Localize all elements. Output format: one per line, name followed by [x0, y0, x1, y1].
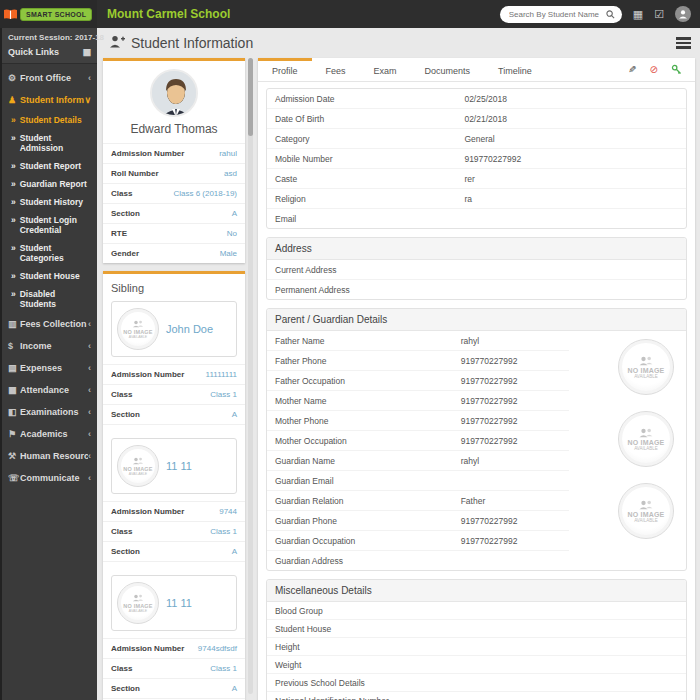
sidebar-subitem[interactable]: » Student Categories [2, 239, 97, 267]
detail-row: Guardian Address [267, 551, 569, 570]
section-title: Miscellaneous Details [267, 580, 686, 602]
divider [103, 561, 245, 575]
sidebar-subitem[interactable]: » Student Admission [2, 129, 97, 157]
father-photo-placeholder: NO IMAGE AVAILABLE [618, 339, 674, 395]
tab[interactable]: Fees [312, 58, 360, 81]
student-search [500, 6, 622, 23]
tab[interactable]: Exam [360, 58, 411, 81]
field-label: Section [111, 209, 140, 218]
sibling-field-row: Section A [103, 541, 245, 561]
sidebar-item[interactable]: ☏ Communicate ‹ [2, 467, 97, 489]
sibling-block: NO IMAGE AVAILABLE 11 11 Admission Numbe… [103, 438, 245, 575]
sidebar-item[interactable]: ⚒ Human Resource ‹ [2, 445, 97, 467]
field-value: Male [220, 249, 237, 258]
tab[interactable]: Profile [258, 58, 312, 81]
sibling-summary[interactable]: NO IMAGE AVAILABLE John Doe [111, 301, 237, 357]
student-field-row: Section A [103, 203, 245, 223]
field-value: rahul [219, 149, 237, 158]
sidebar-item[interactable]: ♟ Student Information ∨ [2, 89, 97, 111]
logo-text: SMART SCHOOL [20, 8, 92, 21]
sidebar-subitem[interactable]: » Disabled Students [2, 285, 97, 313]
sibling-block: NO IMAGE AVAILABLE John Doe Admission Nu… [103, 301, 245, 438]
submenu-arrow-icon: » [11, 133, 16, 153]
sidebar-subitem[interactable]: » Student House [2, 267, 97, 285]
student-detail-panel: Profile Fees Exam Documents Timeline ✎ ⊘ [258, 58, 695, 700]
field-value: Class 6 (2018-19) [173, 189, 237, 198]
tasks-icon[interactable]: ☑ [654, 9, 664, 20]
submenu-arrow-icon: » [11, 243, 16, 263]
sidebar-item[interactable]: ▦ Attendance ‹ [2, 379, 97, 401]
divider [103, 424, 245, 438]
fees-collection-icon: ▥ [8, 319, 20, 329]
sibling-field-row: Class Class 1 [103, 658, 245, 678]
sidebar-item[interactable]: ◧ Examinations ‹ [2, 401, 97, 423]
submenu-arrow-icon: » [11, 197, 16, 207]
student-field-row: Admission Number rahul [103, 143, 245, 163]
sibling-summary[interactable]: NO IMAGE AVAILABLE 11 11 [111, 575, 237, 631]
logo-book-icon [4, 9, 17, 20]
disable-student-icon[interactable]: ⊘ [650, 65, 658, 75]
human-resource-icon: ⚒ [8, 451, 20, 461]
detail-row: Mother Phone 919770227992 [267, 411, 569, 431]
address-section: Address Current Address Permanent Addr [266, 237, 687, 300]
sibling-field-row: Admission Number 9744 [103, 501, 245, 521]
top-header: SMART SCHOOL Mount Carmel School ▦ ☑ [0, 0, 700, 28]
login-credential-key-icon[interactable] [671, 64, 682, 75]
submenu-arrow-icon: » [11, 289, 16, 309]
sidebar-item[interactable]: $ Income ‹ [2, 335, 97, 357]
tab[interactable]: Timeline [484, 58, 546, 81]
sibling-card: Sibling NO IMAGE AVAILABLE [103, 271, 245, 700]
scrollbar-thumb[interactable] [248, 58, 253, 136]
chevron-icon: ‹ [88, 385, 91, 395]
scrollbar[interactable] [248, 58, 253, 694]
quick-links[interactable]: Quick Links ▦ [8, 47, 91, 57]
sidebar-item[interactable]: ⚙ Front Office ‹ [2, 67, 97, 89]
section-title: Address [267, 238, 686, 260]
sidebar-subitem[interactable]: » Student Login Credential [2, 211, 97, 239]
tab[interactable]: Documents [411, 58, 485, 81]
detail-row: Mother Occupation 919770227992 [267, 431, 569, 451]
detail-row: Height [267, 638, 686, 656]
sidebar-item[interactable]: ⚑ Academics ‹ [2, 423, 97, 445]
chevron-icon: ‹ [88, 473, 91, 483]
detail-row: Mobile Number 919770227992 [267, 149, 686, 169]
sidebar-subitem[interactable]: » Student Report [2, 157, 97, 175]
sibling-field-row: Admission Number 9744sdfsdf [103, 638, 245, 658]
sibling-summary[interactable]: NO IMAGE AVAILABLE 11 11 [111, 438, 237, 494]
detail-row: Guardian Occupation 919770227992 [267, 531, 569, 551]
sibling-field-row: Class Class 1 [103, 384, 245, 404]
detail-row: Father Name rahyl [267, 331, 569, 351]
search-icon[interactable] [606, 10, 615, 19]
sidebar-item[interactable]: ▥ Fees Collection ‹ [2, 313, 97, 335]
chevron-icon: ∨ [84, 95, 91, 105]
no-image-placeholder: NO IMAGE AVAILABLE [117, 445, 159, 487]
miscellaneous-section: Miscellaneous Details Blood Group Stud [266, 579, 687, 700]
detail-row: Caste rer [267, 169, 686, 189]
sibling-name[interactable]: 11 11 [166, 460, 192, 472]
student-name: Edward Thomas [103, 122, 245, 143]
grid-icon[interactable]: ▦ [82, 47, 91, 57]
sibling-name[interactable]: 11 11 [166, 597, 192, 609]
edit-icon[interactable]: ✎ [628, 65, 636, 75]
menu-toggle-icon[interactable] [674, 33, 693, 53]
student-add-icon [109, 34, 125, 52]
detail-row: Guardian Phone 919770227992 [267, 511, 569, 531]
student-photo [150, 69, 198, 117]
sidebar-subitem[interactable]: » Guardian Report [2, 175, 97, 193]
field-value: A [232, 209, 237, 218]
sibling-name[interactable]: John Doe [166, 323, 213, 335]
search-input[interactable] [507, 9, 606, 20]
field-label: Admission Number [111, 149, 184, 158]
app-logo[interactable]: SMART SCHOOL [0, 0, 97, 28]
mother-photo-placeholder: NO IMAGE AVAILABLE [618, 411, 674, 467]
detail-row: Father Phone 919770227992 [267, 351, 569, 371]
field-value: asd [224, 169, 237, 178]
user-avatar[interactable] [675, 6, 691, 22]
sidebar-subitem[interactable]: » Student History [2, 193, 97, 211]
sibling-field-row: Section A [103, 678, 245, 698]
student-information-icon: ♟ [8, 95, 20, 105]
sidebar-subitem[interactable]: » Student Details [2, 111, 97, 129]
student-field-row: Gender Male [103, 243, 245, 263]
sidebar-item[interactable]: ▤ Expenses ‹ [2, 357, 97, 379]
calendar-icon[interactable]: ▦ [633, 9, 643, 20]
